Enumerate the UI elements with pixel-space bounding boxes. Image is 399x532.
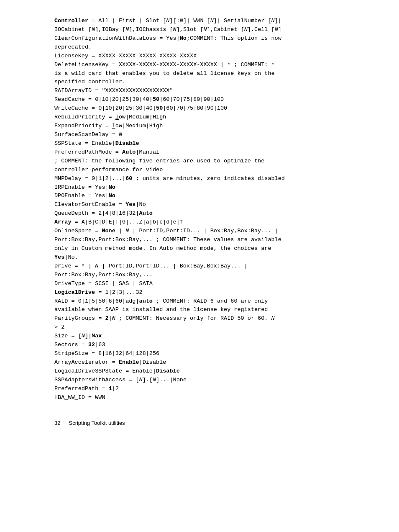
footer: 32 Scripting Toolkit utilities bbox=[54, 419, 374, 427]
content-area: Controller = All | First | Slot [N][:N]|… bbox=[54, 17, 374, 427]
footer-text: Scripting Toolkit utilities bbox=[69, 419, 125, 427]
page-number: 32 bbox=[54, 419, 60, 427]
code-block: Controller = All | First | Slot [N][:N]|… bbox=[54, 17, 374, 402]
controller-keyword: Controller bbox=[54, 18, 88, 24]
